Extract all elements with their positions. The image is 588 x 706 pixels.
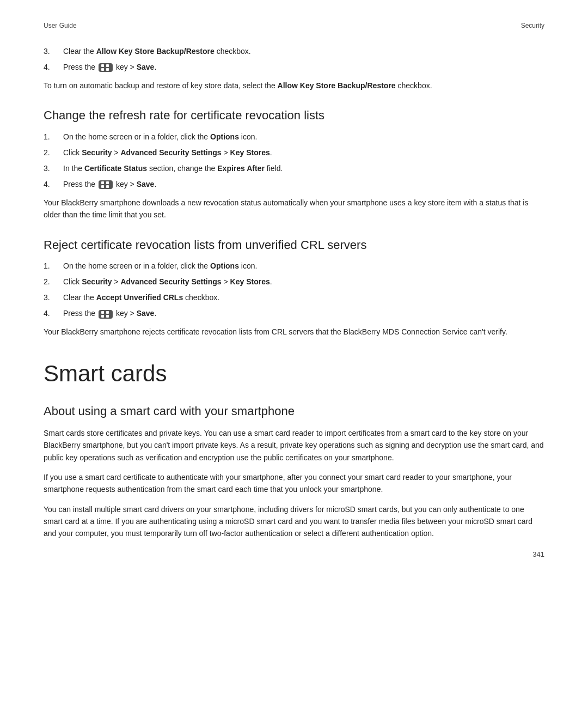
step-number: 1. (44, 131, 63, 143)
step-item: 1. On the home screen or in a folder, cl… (44, 131, 544, 143)
section1-heading: Change the refresh rate for certificate … (44, 108, 544, 124)
step-text: Click Security > Advanced Security Setti… (63, 147, 544, 159)
step-item: 2. Click Security > Advanced Security Se… (44, 147, 544, 159)
step-number: 2. (44, 276, 63, 288)
step-text: Press the key > Save. (63, 62, 544, 73)
step-text: Click Security > Advanced Security Setti… (63, 276, 544, 288)
step-item: 3. Clear the Accept Unverified CRLs chec… (44, 292, 544, 303)
menu-key-icon (99, 310, 113, 319)
step-number: 2. (44, 147, 63, 159)
step-item: 4. Press the key > Save. (44, 308, 544, 319)
key-dot (101, 185, 104, 188)
step-number: 3. (44, 163, 63, 174)
step-text: Press the key > Save. (63, 308, 544, 319)
page-number: 341 (532, 550, 544, 558)
step-item: 3. Clear the Allow Key Store Backup/Rest… (44, 46, 544, 57)
step-number: 4. (44, 308, 63, 319)
step-number: 4. (44, 179, 63, 190)
key-icon-grid (101, 64, 110, 71)
step-text: Press the key > Save. (63, 179, 544, 190)
step-number: 3. (44, 46, 63, 57)
section1-body: Your BlackBerry smartphone downloads a n… (44, 197, 544, 221)
step-number: 3. (44, 292, 63, 303)
step-text: On the home screen or in a folder, click… (63, 260, 544, 272)
key-dot (101, 68, 104, 71)
section1-steps: 1. On the home screen or in a folder, cl… (44, 131, 544, 190)
step-number: 1. (44, 260, 63, 272)
key-icon-grid (101, 181, 110, 188)
step-item: 4. Press the key > Save. (44, 62, 544, 73)
step-text: In the Certificate Status section, chang… (63, 163, 544, 174)
key-dot (101, 64, 104, 67)
menu-key-icon (99, 63, 113, 72)
section3-heading: About using a smart card with your smart… (44, 404, 544, 419)
key-icon-grid (101, 311, 110, 318)
menu-key-icon (99, 180, 113, 189)
key-dot (106, 68, 109, 71)
step-text: On the home screen or in a folder, click… (63, 131, 544, 143)
section3-para1: Smart cards store certificates and priva… (44, 427, 544, 464)
step-text: Clear the Accept Unverified CRLs checkbo… (63, 292, 544, 303)
header-left: User Guide (44, 22, 77, 29)
page-footer: 341 (532, 550, 544, 558)
section3-para2: If you use a smart card certificate to a… (44, 471, 544, 496)
chapter-title: Smart cards (44, 360, 544, 387)
section2-heading: Reject certificate revocation lists from… (44, 238, 544, 253)
key-dot (101, 311, 104, 314)
step-item: 2. Click Security > Advanced Security Se… (44, 276, 544, 288)
key-dot (101, 181, 104, 184)
step-item: 3. In the Certificate Status section, ch… (44, 163, 544, 174)
section3-para3: You can install multiple smart card driv… (44, 503, 544, 540)
step-number: 4. (44, 62, 63, 73)
intro-steps: 3. Clear the Allow Key Store Backup/Rest… (44, 46, 544, 73)
key-dot (106, 315, 109, 318)
step-item: 4. Press the key > Save. (44, 179, 544, 190)
header-right: Security (521, 22, 544, 29)
key-dot (106, 311, 109, 314)
key-dot (101, 315, 104, 318)
step-text: Clear the Allow Key Store Backup/Restore… (63, 46, 544, 57)
key-dot (106, 181, 109, 184)
step-item: 1. On the home screen or in a folder, cl… (44, 260, 544, 272)
key-dot (106, 64, 109, 67)
key-dot (106, 185, 109, 188)
intro-body-text: To turn on automatic backup and restore … (44, 80, 544, 92)
section2-steps: 1. On the home screen or in a folder, cl… (44, 260, 544, 319)
section2-body: Your BlackBerry smartphone rejects certi… (44, 326, 544, 338)
